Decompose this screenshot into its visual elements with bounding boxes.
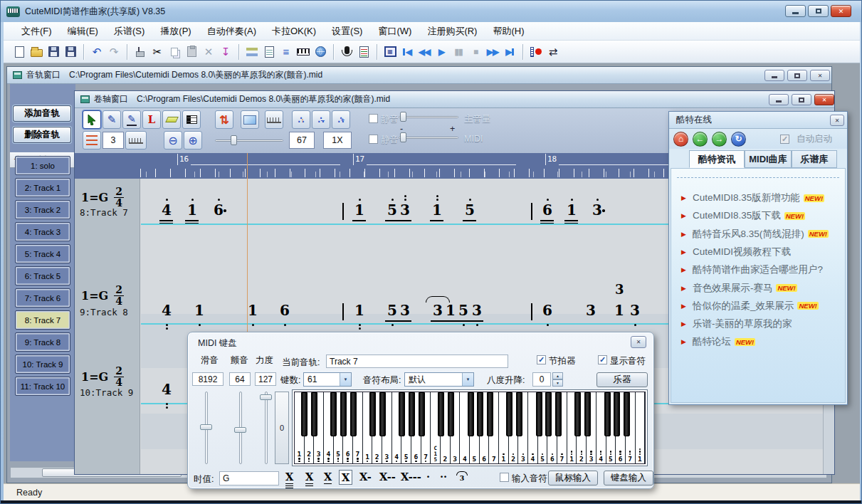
- transpose-icon[interactable]: ⇅: [215, 110, 233, 129]
- note[interactable]: 5: [464, 203, 475, 218]
- black-key[interactable]: [438, 392, 444, 436]
- home-icon[interactable]: ⌂: [673, 132, 688, 147]
- black-key[interactable]: [330, 392, 337, 436]
- white-key[interactable]: 1: [636, 392, 646, 463]
- tab-乐谱库[interactable]: 乐谱库: [792, 150, 837, 168]
- undo-icon[interactable]: ↶: [88, 43, 105, 61]
- go-end-icon[interactable]: ▶: [501, 43, 518, 61]
- track-item[interactable]: 11: Track 10: [15, 377, 70, 396]
- track-window-close-button[interactable]: ✕: [810, 70, 830, 81]
- online-link[interactable]: ▶CuteMIDI8.35版下载NEW!: [681, 209, 805, 222]
- duration-··[interactable]: ··: [438, 470, 449, 483]
- menu-item[interactable]: 播放(P): [152, 22, 199, 41]
- score-page-icon[interactable]: [355, 43, 372, 61]
- vibrato-slider[interactable]: [233, 392, 248, 464]
- pencil-region-icon[interactable]: ✎: [122, 110, 141, 129]
- measure-ruler-icon[interactable]: [265, 110, 283, 129]
- black-key[interactable]: [545, 392, 552, 436]
- online-link[interactable]: ▶恰似你的温柔_效果展示NEW!: [681, 300, 819, 313]
- menu-item[interactable]: 自动伴奏(A): [199, 22, 264, 41]
- note[interactable]: 1: [566, 203, 577, 218]
- vibrato-value[interactable]: 64: [229, 372, 251, 386]
- pan-letter-icon[interactable]: L: [142, 110, 161, 129]
- online-link[interactable]: ▶CuteMIDI8.35版新增功能NEW!: [681, 191, 824, 204]
- keyboard-input-button[interactable]: 键盘输入: [604, 471, 653, 485]
- black-key[interactable]: [604, 392, 611, 436]
- online-link[interactable]: ▶乐谱-美丽的草原我的家: [681, 317, 792, 330]
- online-panel-close-button[interactable]: ✕: [830, 115, 844, 126]
- note-curve-plus-icon[interactable]: ∴+: [332, 110, 350, 129]
- duration-triplet[interactable]: 3: [454, 470, 470, 483]
- note[interactable]: 6: [213, 203, 224, 218]
- import-icon[interactable]: ↧: [217, 43, 234, 61]
- tab-酷特资讯[interactable]: 酷特资讯: [689, 150, 745, 168]
- note[interactable]: 1: [431, 203, 443, 218]
- note[interactable]: 1: [354, 303, 365, 318]
- note[interactable]: 3: [432, 303, 443, 318]
- duration-X[interactable]: X: [303, 470, 315, 488]
- beat-value[interactable]: 3: [103, 132, 124, 149]
- online-link[interactable]: ▶CuteMIDI视频教程下载: [681, 246, 791, 258]
- show-notes-checkbox[interactable]: ✓: [598, 355, 607, 364]
- zoom-in-icon[interactable]: ⊕: [184, 131, 202, 149]
- note[interactable]: 4: [161, 382, 172, 397]
- record-icon[interactable]: [527, 43, 545, 61]
- note[interactable]: 1: [186, 203, 198, 218]
- online-link[interactable]: ▶音色效果展示-赛马NEW!: [681, 282, 797, 295]
- black-key[interactable]: [574, 392, 581, 436]
- glide-slider[interactable]: [199, 392, 214, 464]
- track-item[interactable]: 3: Track 2: [15, 200, 70, 219]
- online-link[interactable]: ▶酷特简谱作曲家适合哪些用户?: [681, 263, 823, 276]
- minimize-button[interactable]: [785, 5, 806, 17]
- menu-item[interactable]: 编辑(E): [60, 22, 106, 41]
- grid-icon[interactable]: [182, 110, 201, 129]
- note[interactable]: 3: [471, 303, 483, 318]
- forward-icon[interactable]: →: [712, 132, 727, 147]
- note[interactable]: 3: [399, 203, 411, 218]
- pencil-icon[interactable]: ✎: [103, 110, 121, 129]
- eraser-icon[interactable]: [162, 110, 181, 129]
- insert-bar-icon[interactable]: [132, 43, 149, 61]
- lyric-page-icon[interactable]: [261, 43, 278, 61]
- track-window-titlebar[interactable]: 音轨窗口 C:\Program Files\Cutemidi Demos 8.0…: [7, 67, 831, 84]
- track-item[interactable]: 1: solo: [15, 156, 70, 175]
- track-item[interactable]: 6: Track 5: [15, 266, 70, 285]
- track-item[interactable]: 5: Track 4: [15, 244, 70, 263]
- note[interactable]: 4: [161, 303, 172, 318]
- save-icon[interactable]: [45, 43, 62, 61]
- duration-X[interactable]: X: [322, 470, 334, 485]
- track-window-minimize-button[interactable]: [764, 70, 784, 81]
- note-layout-select[interactable]: 默认▼: [404, 372, 474, 387]
- note[interactable]: 1: [445, 303, 456, 318]
- duration-X---[interactable]: X---: [399, 470, 424, 483]
- black-key[interactable]: [516, 392, 522, 436]
- open-file-icon[interactable]: [28, 43, 45, 61]
- main-volume-slider[interactable]: [399, 112, 458, 122]
- black-key[interactable]: [584, 392, 591, 436]
- piano-keyboard[interactable]: 12345671234567C15234567123456712345671: [292, 389, 648, 466]
- loop-icon[interactable]: ⇄: [545, 43, 562, 61]
- menu-item[interactable]: 帮助(H): [485, 22, 532, 41]
- black-key[interactable]: [448, 392, 454, 436]
- go-start-icon[interactable]: ◀: [399, 43, 416, 61]
- quantize-ruler-icon[interactable]: [125, 131, 147, 149]
- duration-X[interactable]: X: [283, 470, 295, 490]
- mute-midi-checkbox[interactable]: [369, 135, 378, 144]
- black-key[interactable]: [506, 392, 513, 436]
- metronome-checkbox[interactable]: ✓: [537, 355, 546, 364]
- black-key[interactable]: [340, 392, 347, 436]
- velocity-value[interactable]: 127: [255, 372, 276, 386]
- duration-X[interactable]: X: [339, 470, 352, 485]
- note[interactable]: 5: [458, 303, 469, 318]
- autostart-checkbox[interactable]: ✓: [780, 135, 789, 144]
- scroll-window-titlebar[interactable]: 卷轴窗口 C:\Program Files\Cutemidi Demos 8.0…: [75, 91, 834, 108]
- duration-X-[interactable]: X-: [357, 470, 374, 483]
- tempo-value[interactable]: 67: [289, 132, 315, 149]
- black-key[interactable]: [311, 392, 317, 436]
- select-cursor-icon[interactable]: [83, 110, 101, 129]
- note[interactable]: 6: [542, 203, 553, 218]
- black-key[interactable]: [614, 392, 620, 436]
- save-as-icon[interactable]: [62, 43, 79, 61]
- mute-main-checkbox[interactable]: [369, 114, 378, 123]
- zoom-slider[interactable]: [215, 135, 283, 145]
